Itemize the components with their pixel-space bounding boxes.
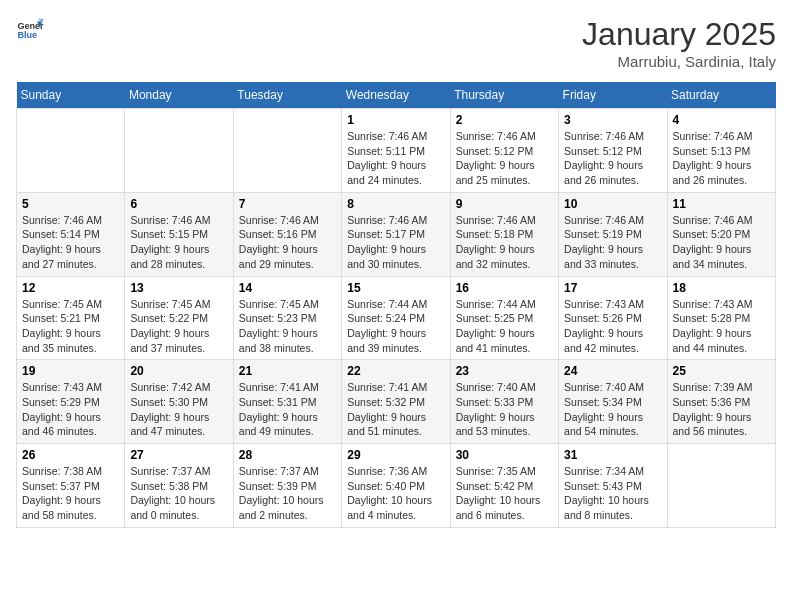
day-number: 19: [22, 364, 119, 378]
calendar-cell: [125, 109, 233, 193]
day-number: 29: [347, 448, 444, 462]
day-info: Sunrise: 7:46 AM Sunset: 5:17 PM Dayligh…: [347, 213, 444, 272]
calendar-cell: 11Sunrise: 7:46 AM Sunset: 5:20 PM Dayli…: [667, 192, 775, 276]
day-info: Sunrise: 7:46 AM Sunset: 5:13 PM Dayligh…: [673, 129, 770, 188]
calendar-cell: 18Sunrise: 7:43 AM Sunset: 5:28 PM Dayli…: [667, 276, 775, 360]
calendar-week-row: 26Sunrise: 7:38 AM Sunset: 5:37 PM Dayli…: [17, 444, 776, 528]
day-info: Sunrise: 7:41 AM Sunset: 5:32 PM Dayligh…: [347, 380, 444, 439]
day-info: Sunrise: 7:40 AM Sunset: 5:34 PM Dayligh…: [564, 380, 661, 439]
day-number: 9: [456, 197, 553, 211]
day-info: Sunrise: 7:40 AM Sunset: 5:33 PM Dayligh…: [456, 380, 553, 439]
calendar-cell: 20Sunrise: 7:42 AM Sunset: 5:30 PM Dayli…: [125, 360, 233, 444]
day-number: 15: [347, 281, 444, 295]
day-info: Sunrise: 7:41 AM Sunset: 5:31 PM Dayligh…: [239, 380, 336, 439]
day-number: 25: [673, 364, 770, 378]
logo: General Blue: [16, 16, 44, 44]
day-number: 24: [564, 364, 661, 378]
calendar-week-row: 1Sunrise: 7:46 AM Sunset: 5:11 PM Daylig…: [17, 109, 776, 193]
month-title: January 2025: [582, 16, 776, 53]
day-number: 3: [564, 113, 661, 127]
day-header-monday: Monday: [125, 82, 233, 109]
day-number: 30: [456, 448, 553, 462]
calendar-cell: 25Sunrise: 7:39 AM Sunset: 5:36 PM Dayli…: [667, 360, 775, 444]
calendar-cell: 2Sunrise: 7:46 AM Sunset: 5:12 PM Daylig…: [450, 109, 558, 193]
calendar-cell: 15Sunrise: 7:44 AM Sunset: 5:24 PM Dayli…: [342, 276, 450, 360]
calendar-cell: 26Sunrise: 7:38 AM Sunset: 5:37 PM Dayli…: [17, 444, 125, 528]
calendar-cell: 22Sunrise: 7:41 AM Sunset: 5:32 PM Dayli…: [342, 360, 450, 444]
day-number: 11: [673, 197, 770, 211]
calendar-cell: 1Sunrise: 7:46 AM Sunset: 5:11 PM Daylig…: [342, 109, 450, 193]
day-number: 5: [22, 197, 119, 211]
day-number: 2: [456, 113, 553, 127]
day-number: 16: [456, 281, 553, 295]
day-info: Sunrise: 7:37 AM Sunset: 5:39 PM Dayligh…: [239, 464, 336, 523]
day-number: 22: [347, 364, 444, 378]
calendar-cell: [667, 444, 775, 528]
day-number: 6: [130, 197, 227, 211]
calendar-cell: 21Sunrise: 7:41 AM Sunset: 5:31 PM Dayli…: [233, 360, 341, 444]
calendar-cell: 12Sunrise: 7:45 AM Sunset: 5:21 PM Dayli…: [17, 276, 125, 360]
day-number: 31: [564, 448, 661, 462]
day-info: Sunrise: 7:43 AM Sunset: 5:28 PM Dayligh…: [673, 297, 770, 356]
day-header-tuesday: Tuesday: [233, 82, 341, 109]
day-info: Sunrise: 7:46 AM Sunset: 5:16 PM Dayligh…: [239, 213, 336, 272]
day-number: 26: [22, 448, 119, 462]
calendar-cell: 9Sunrise: 7:46 AM Sunset: 5:18 PM Daylig…: [450, 192, 558, 276]
day-header-saturday: Saturday: [667, 82, 775, 109]
title-area: January 2025 Marrubiu, Sardinia, Italy: [582, 16, 776, 70]
calendar-cell: 13Sunrise: 7:45 AM Sunset: 5:22 PM Dayli…: [125, 276, 233, 360]
day-header-sunday: Sunday: [17, 82, 125, 109]
calendar-cell: 8Sunrise: 7:46 AM Sunset: 5:17 PM Daylig…: [342, 192, 450, 276]
day-info: Sunrise: 7:45 AM Sunset: 5:23 PM Dayligh…: [239, 297, 336, 356]
calendar-cell: 4Sunrise: 7:46 AM Sunset: 5:13 PM Daylig…: [667, 109, 775, 193]
day-info: Sunrise: 7:46 AM Sunset: 5:19 PM Dayligh…: [564, 213, 661, 272]
day-number: 12: [22, 281, 119, 295]
calendar-week-row: 19Sunrise: 7:43 AM Sunset: 5:29 PM Dayli…: [17, 360, 776, 444]
day-number: 23: [456, 364, 553, 378]
day-info: Sunrise: 7:37 AM Sunset: 5:38 PM Dayligh…: [130, 464, 227, 523]
calendar-cell: 29Sunrise: 7:36 AM Sunset: 5:40 PM Dayli…: [342, 444, 450, 528]
calendar-cell: 23Sunrise: 7:40 AM Sunset: 5:33 PM Dayli…: [450, 360, 558, 444]
calendar-cell: 10Sunrise: 7:46 AM Sunset: 5:19 PM Dayli…: [559, 192, 667, 276]
day-number: 8: [347, 197, 444, 211]
day-info: Sunrise: 7:46 AM Sunset: 5:11 PM Dayligh…: [347, 129, 444, 188]
calendar-table: SundayMondayTuesdayWednesdayThursdayFrid…: [16, 82, 776, 528]
calendar-cell: 31Sunrise: 7:34 AM Sunset: 5:43 PM Dayli…: [559, 444, 667, 528]
day-info: Sunrise: 7:44 AM Sunset: 5:25 PM Dayligh…: [456, 297, 553, 356]
calendar-header-row: SundayMondayTuesdayWednesdayThursdayFrid…: [17, 82, 776, 109]
day-info: Sunrise: 7:46 AM Sunset: 5:14 PM Dayligh…: [22, 213, 119, 272]
location-title: Marrubiu, Sardinia, Italy: [582, 53, 776, 70]
day-info: Sunrise: 7:46 AM Sunset: 5:15 PM Dayligh…: [130, 213, 227, 272]
day-info: Sunrise: 7:46 AM Sunset: 5:12 PM Dayligh…: [564, 129, 661, 188]
day-info: Sunrise: 7:46 AM Sunset: 5:18 PM Dayligh…: [456, 213, 553, 272]
day-number: 14: [239, 281, 336, 295]
day-number: 18: [673, 281, 770, 295]
calendar-cell: [17, 109, 125, 193]
calendar-cell: 7Sunrise: 7:46 AM Sunset: 5:16 PM Daylig…: [233, 192, 341, 276]
day-header-wednesday: Wednesday: [342, 82, 450, 109]
day-info: Sunrise: 7:45 AM Sunset: 5:21 PM Dayligh…: [22, 297, 119, 356]
calendar-cell: 24Sunrise: 7:40 AM Sunset: 5:34 PM Dayli…: [559, 360, 667, 444]
logo-icon: General Blue: [16, 16, 44, 44]
svg-text:Blue: Blue: [17, 30, 37, 40]
day-info: Sunrise: 7:46 AM Sunset: 5:20 PM Dayligh…: [673, 213, 770, 272]
day-number: 28: [239, 448, 336, 462]
day-info: Sunrise: 7:46 AM Sunset: 5:12 PM Dayligh…: [456, 129, 553, 188]
calendar-week-row: 5Sunrise: 7:46 AM Sunset: 5:14 PM Daylig…: [17, 192, 776, 276]
day-number: 21: [239, 364, 336, 378]
day-number: 13: [130, 281, 227, 295]
calendar-cell: 5Sunrise: 7:46 AM Sunset: 5:14 PM Daylig…: [17, 192, 125, 276]
calendar-cell: 16Sunrise: 7:44 AM Sunset: 5:25 PM Dayli…: [450, 276, 558, 360]
calendar-cell: 14Sunrise: 7:45 AM Sunset: 5:23 PM Dayli…: [233, 276, 341, 360]
day-header-friday: Friday: [559, 82, 667, 109]
day-number: 27: [130, 448, 227, 462]
calendar-cell: 19Sunrise: 7:43 AM Sunset: 5:29 PM Dayli…: [17, 360, 125, 444]
day-number: 1: [347, 113, 444, 127]
day-number: 4: [673, 113, 770, 127]
calendar-cell: [233, 109, 341, 193]
calendar-cell: 6Sunrise: 7:46 AM Sunset: 5:15 PM Daylig…: [125, 192, 233, 276]
day-info: Sunrise: 7:42 AM Sunset: 5:30 PM Dayligh…: [130, 380, 227, 439]
day-number: 20: [130, 364, 227, 378]
day-info: Sunrise: 7:44 AM Sunset: 5:24 PM Dayligh…: [347, 297, 444, 356]
day-info: Sunrise: 7:45 AM Sunset: 5:22 PM Dayligh…: [130, 297, 227, 356]
